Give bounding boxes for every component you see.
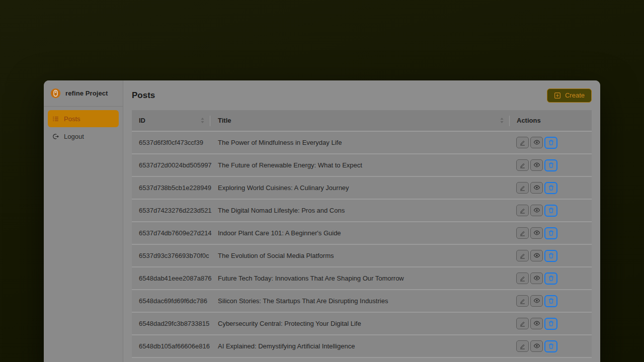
- row-actions: [510, 182, 592, 194]
- column-label: Actions: [517, 117, 541, 124]
- show-button[interactable]: [530, 273, 543, 284]
- delete-button[interactable]: [544, 227, 557, 239]
- edit-button[interactable]: [516, 227, 529, 239]
- delete-button[interactable]: [544, 205, 557, 217]
- eye-icon: [533, 275, 540, 282]
- trash-icon: [548, 185, 554, 191]
- row-id-cell: 6548dad29fc3b8733815: [132, 320, 210, 327]
- show-button[interactable]: [530, 159, 543, 171]
- page-header: Posts Create: [132, 80, 592, 110]
- edit-button[interactable]: [516, 318, 529, 329]
- edit-icon: [519, 252, 526, 259]
- row-id-cell: 6537d72d0024bd505997: [132, 161, 210, 169]
- row-title-cell: The Digital Nomad Lifestyle: Pros and Co…: [210, 207, 510, 214]
- create-button[interactable]: Create: [547, 88, 592, 103]
- eye-icon: [533, 184, 540, 191]
- row-id-cell: 6537d74db7609e27d214: [132, 229, 210, 237]
- delete-button[interactable]: [544, 250, 557, 262]
- refine-logo-icon: [50, 88, 61, 99]
- row-id-cell: 6548dab41eee2087a876: [132, 275, 210, 282]
- delete-button[interactable]: [544, 295, 557, 307]
- trash-icon: [548, 275, 554, 282]
- row-title-cell: The Evolution of Social Media Platforms: [210, 252, 510, 259]
- show-button[interactable]: [530, 137, 543, 148]
- posts-table: ID Title: [132, 110, 592, 358]
- row-title-cell: Exploring World Cuisines: A Culinary Jou…: [210, 184, 510, 192]
- eye-icon: [533, 161, 540, 168]
- edit-icon: [519, 320, 526, 327]
- show-button[interactable]: [530, 182, 543, 194]
- row-title-cell: The Power of Mindfulness in Everyday Lif…: [210, 139, 510, 146]
- table-row: 6548dab41eee2087a876 Future Tech Today: …: [132, 267, 592, 290]
- row-actions: [510, 295, 592, 307]
- row-title-cell: Cybersecurity Central: Protecting Your D…: [210, 320, 510, 327]
- edit-button[interactable]: [516, 340, 529, 352]
- edit-button[interactable]: [516, 273, 529, 284]
- trash-icon: [548, 343, 554, 349]
- row-actions: [510, 205, 592, 217]
- eye-icon: [533, 320, 540, 327]
- delete-button[interactable]: [544, 273, 557, 285]
- sidebar-item-posts[interactable]: Posts: [48, 110, 119, 127]
- delete-button[interactable]: [544, 159, 557, 171]
- delete-button[interactable]: [544, 318, 557, 330]
- edit-button[interactable]: [516, 250, 529, 261]
- delete-button[interactable]: [544, 137, 557, 149]
- edit-icon: [519, 298, 526, 304]
- trash-icon: [548, 139, 554, 146]
- row-id-cell: 6537d6f3f0cf473ccf39: [132, 139, 210, 146]
- row-title-cell: AI Explained: Demystifying Artificial In…: [210, 342, 510, 350]
- table-row: 6537d74db7609e27d214 Indoor Plant Care 1…: [132, 222, 592, 245]
- row-id-cell: 6548db105af66606e816: [132, 342, 210, 350]
- row-actions: [510, 340, 592, 352]
- show-button[interactable]: [530, 205, 543, 216]
- trash-icon: [548, 298, 554, 304]
- eye-icon: [533, 297, 540, 304]
- eye-icon: [533, 139, 540, 146]
- row-actions: [510, 273, 592, 285]
- row-title-cell: Future Tech Today: Innovations That Are …: [210, 275, 510, 282]
- logout-icon: [52, 133, 59, 140]
- sidebar: refine Project Posts: [44, 80, 123, 362]
- show-button[interactable]: [530, 318, 543, 329]
- edit-button[interactable]: [516, 182, 529, 194]
- edit-icon: [519, 139, 526, 146]
- table-row: 6537d6f3f0cf473ccf39 The Power of Mindfu…: [132, 132, 592, 154]
- trash-icon: [548, 207, 554, 214]
- unordered-list-icon: [52, 116, 59, 122]
- eye-icon: [533, 252, 540, 259]
- edit-icon: [519, 275, 526, 282]
- edit-button[interactable]: [516, 159, 529, 171]
- sidebar-item-label: Posts: [64, 115, 80, 123]
- show-button[interactable]: [530, 295, 543, 307]
- delete-button[interactable]: [544, 182, 557, 194]
- edit-button[interactable]: [516, 205, 529, 216]
- brand-name: refine Project: [65, 89, 108, 97]
- show-button[interactable]: [530, 250, 543, 261]
- table-row: 6548dad29fc3b8733815 Cybersecurity Centr…: [132, 313, 592, 335]
- row-title-cell: Silicon Stories: The Startups That Are D…: [210, 297, 510, 305]
- delete-button[interactable]: [544, 340, 557, 352]
- table-row: 6537d72d0024bd505997 The Future of Renew…: [132, 154, 592, 177]
- column-label: Title: [218, 117, 231, 124]
- sidebar-menu: Posts Logout: [44, 107, 123, 147]
- column-header-actions: Actions: [510, 110, 592, 131]
- trash-icon: [548, 252, 554, 259]
- row-id-cell: 6548dac69fd69f6dc786: [132, 297, 210, 305]
- show-button[interactable]: [530, 227, 543, 239]
- trash-icon: [548, 162, 554, 168]
- sidebar-item-logout[interactable]: Logout: [48, 129, 119, 144]
- create-button-label: Create: [565, 92, 585, 99]
- table-row: 6548db105af66606e816 AI Explained: Demys…: [132, 335, 592, 358]
- edit-icon: [519, 185, 526, 191]
- row-actions: [510, 318, 592, 330]
- row-id-cell: 6537d738b5cb1e228949: [132, 184, 210, 192]
- edit-button[interactable]: [516, 295, 529, 307]
- sort-icon: [200, 117, 205, 124]
- column-header-id[interactable]: ID: [132, 110, 210, 131]
- edit-icon: [519, 162, 526, 168]
- trash-icon: [548, 230, 554, 236]
- show-button[interactable]: [530, 340, 543, 352]
- column-header-title[interactable]: Title: [210, 110, 510, 131]
- edit-button[interactable]: [516, 137, 529, 148]
